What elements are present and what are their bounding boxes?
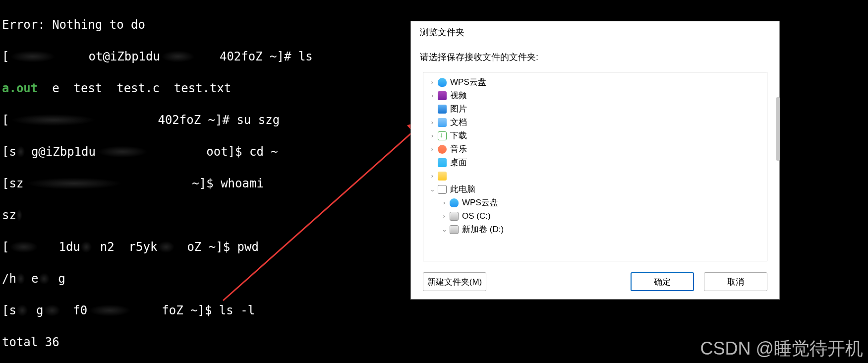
ok-button[interactable]: 确定	[631, 272, 694, 291]
term-line: Error: Nothing to do	[2, 17, 409, 33]
term-line: total 36	[2, 334, 409, 350]
tree-item-label: 下载	[450, 130, 467, 141]
desktop-icon	[437, 158, 447, 168]
scrollbar-thumb[interactable]	[776, 97, 780, 161]
chevron-right-icon[interactable]: ›	[428, 92, 436, 99]
pc-icon	[437, 184, 447, 194]
tree-item-label: 新加卷 (D:)	[462, 224, 504, 235]
cancel-button[interactable]: 取消	[704, 272, 767, 291]
dialog-title: 浏览文件夹	[411, 21, 779, 42]
chevron-down-icon[interactable]: ⌄	[428, 185, 436, 193]
new-folder-button[interactable]: 新建文件夹(M)	[423, 272, 486, 291]
tree-item[interactable]: ⌄此电脑	[423, 182, 767, 196]
terminal: Error: Nothing to do [ ot@iZbp1du 402foZ…	[0, 0, 411, 363]
doc-icon	[437, 118, 447, 127]
cloud-icon	[437, 77, 447, 87]
tree-item[interactable]: ›视频	[423, 89, 767, 102]
term-line: [s g f0 foZ ~]$ ls -l	[2, 302, 409, 318]
tree-item-label: 文档	[450, 117, 467, 128]
download-icon	[437, 131, 447, 141]
tree-item-label: 视频	[450, 90, 467, 101]
dialog-instruction: 请选择保存接收文件的文件夹:	[411, 42, 779, 70]
term-line: [ 402foZ ~]# su szg	[2, 112, 409, 128]
chevron-right-icon[interactable]: ›	[428, 172, 436, 180]
video-icon	[437, 91, 447, 101]
music-icon	[437, 144, 447, 154]
term-line: a.out e test test.c test.txt	[2, 80, 409, 96]
tree-item[interactable]: ›	[423, 169, 767, 182]
chevron-right-icon[interactable]: ›	[428, 132, 436, 139]
tree-item[interactable]: ›OS (C:)	[423, 209, 767, 223]
cloud-icon	[449, 198, 459, 208]
tree-item-label: 此电脑	[450, 183, 475, 195]
image-icon	[437, 104, 447, 114]
folder-icon	[437, 171, 447, 181]
tree-item[interactable]: ›WPS云盘	[423, 75, 767, 89]
disk-icon	[449, 225, 459, 235]
disk-icon	[449, 211, 459, 221]
watermark: CSDN @睡觉待开机	[700, 337, 863, 361]
file-aout: a.out	[2, 81, 38, 95]
folder-tree[interactable]: ›WPS云盘›视频图片›文档›下载›音乐桌面›⌄此电脑›WPS云盘›OS (C:…	[423, 72, 767, 261]
chevron-right-icon[interactable]: ›	[428, 145, 436, 153]
tree-item[interactable]: ›WPS云盘	[423, 196, 767, 209]
term-line: [sz ~]$ whoami	[2, 176, 409, 191]
chevron-down-icon[interactable]: ⌄	[440, 226, 448, 233]
tree-item-label: OS (C:)	[462, 211, 491, 221]
tree-item[interactable]: ›音乐	[423, 142, 767, 156]
tree-item[interactable]: ⌄新加卷 (D:)	[423, 223, 767, 236]
term-line: [ ot@iZbp1du 402foZ ~]# ls	[2, 49, 409, 64]
chevron-right-icon[interactable]: ›	[428, 119, 436, 126]
chevron-right-icon[interactable]: ›	[428, 78, 436, 86]
tree-item[interactable]: ›下载	[423, 129, 767, 142]
tree-item-label: WPS云盘	[462, 197, 498, 208]
chevron-right-icon[interactable]: ›	[440, 212, 448, 220]
tree-item-label: 桌面	[450, 157, 467, 168]
term-line: sz	[2, 207, 409, 223]
tree-item[interactable]: ›文档	[423, 116, 767, 129]
tree-item[interactable]: 桌面	[423, 156, 767, 169]
tree-item-label: 音乐	[450, 143, 467, 155]
tree-item-label: 图片	[450, 103, 467, 115]
term-line: [s g@iZbp1du oot]$ cd ~	[2, 144, 409, 160]
term-line: [ 1du n2 r5yk oZ ~]$ pwd	[2, 239, 409, 255]
tree-item-label: WPS云盘	[450, 76, 486, 88]
dialog-button-row: 新建文件夹(M) 确定 取消	[411, 267, 779, 299]
chevron-right-icon[interactable]: ›	[440, 199, 448, 206]
tree-item[interactable]: 图片	[423, 102, 767, 116]
browse-folder-dialog: 浏览文件夹 请选择保存接收文件的文件夹: ›WPS云盘›视频图片›文档›下载›音…	[410, 21, 780, 300]
term-line: /h e g	[2, 271, 409, 287]
